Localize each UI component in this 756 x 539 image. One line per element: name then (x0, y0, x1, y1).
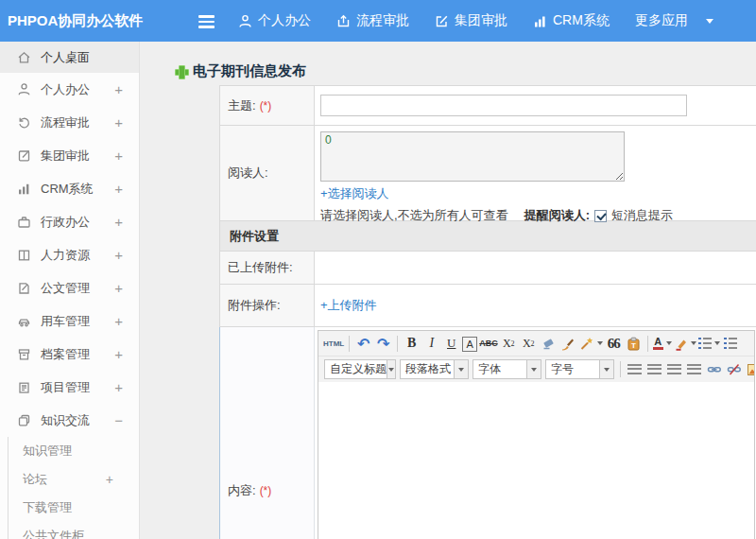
chevron-down-icon (599, 360, 613, 378)
required-mark: (*) (260, 99, 272, 113)
app-logo: PHPOA协同办公软件 (8, 0, 143, 42)
sidebar-item-document-management[interactable]: 公文管理 + (0, 271, 139, 304)
collapse-icon[interactable]: − (114, 412, 123, 428)
readers-hint-line: 请选择阅读人,不选为所有人可查看 提醒阅读人: 短消息提示 (320, 207, 752, 224)
autotypeset-button[interactable] (579, 334, 603, 354)
expand-icon[interactable]: + (114, 346, 123, 362)
undo-button[interactable]: ↶ (354, 334, 372, 354)
paragraph-format-select[interactable]: 段落格式 (400, 359, 469, 379)
book-icon (17, 248, 31, 262)
ordered-list-icon (698, 338, 712, 349)
top-bar: PHPOA协同办公软件 个人办公 流程审批 集团审批 CRM系统 更多应用 (0, 0, 756, 42)
sidebar-item-admin-office[interactable]: 行政办公 + (0, 205, 139, 238)
html-source-button[interactable]: HTML (323, 334, 344, 354)
insert-image-button[interactable] (745, 359, 754, 379)
sms-checkbox[interactable] (594, 210, 607, 222)
clipboard-icon (17, 380, 31, 394)
highlight-icon (674, 337, 688, 351)
highlight-color-button[interactable] (674, 334, 696, 354)
subject-input[interactable] (320, 95, 687, 116)
sidebar-item-download-management[interactable]: 下载管理 (9, 494, 139, 522)
align-right-icon (667, 364, 681, 374)
page-title-row: 电子期刊信息发布 (141, 42, 756, 85)
chevron-down-icon[interactable] (706, 19, 713, 24)
nav-label: CRM系统 (553, 12, 610, 29)
remove-format-button[interactable] (540, 334, 558, 354)
align-center-button[interactable] (645, 359, 663, 379)
strikethrough-button[interactable]: ABC (479, 334, 498, 354)
align-left-button[interactable] (626, 359, 644, 379)
car-icon (17, 314, 31, 328)
expand-icon[interactable]: + (114, 280, 123, 296)
sidebar-item-vehicle-management[interactable]: 用车管理 + (0, 304, 139, 338)
remove-link-button[interactable] (725, 359, 743, 379)
sidebar-item-knowledge-management[interactable]: 知识管理 (9, 437, 139, 465)
nav-crm-system[interactable]: CRM系统 (533, 12, 610, 29)
attachment-action-label: 附件操作: (220, 285, 315, 326)
menu-icon[interactable] (198, 15, 215, 28)
uploaded-attachments-row: 已上传附件: (219, 252, 756, 285)
chart-icon (17, 182, 31, 196)
italic-button[interactable]: I (422, 334, 440, 354)
redo-button[interactable]: ↷ (374, 334, 392, 354)
chevron-down-icon (666, 341, 672, 345)
svg-text:T: T (631, 341, 636, 350)
sidebar-item-public-file-cabinet[interactable]: 公共文件柜 (9, 522, 139, 539)
ordered-list-button[interactable] (698, 334, 720, 354)
bold-button[interactable]: B (403, 334, 421, 354)
insert-link-button[interactable] (705, 359, 723, 379)
select-readers-link[interactable]: +选择阅读人 (320, 185, 389, 202)
sidebar-item-human-resources[interactable]: 人力资源 + (0, 238, 139, 271)
expand-icon[interactable]: + (106, 472, 113, 487)
subscript-button[interactable]: X2 (520, 334, 538, 354)
upload-attachment-link[interactable]: +上传附件 (320, 297, 377, 314)
format-brush-button[interactable] (559, 334, 577, 354)
publish-form: 主题: (*) 阅读人: 0 +选择阅读人 请选择阅读人,不选 (219, 85, 756, 539)
chevron-down-icon (454, 360, 468, 378)
nav-label: 集团审批 (455, 12, 507, 29)
uploaded-attachments-label: 已上传附件: (220, 252, 315, 284)
nav-process-approval[interactable]: 流程审批 (336, 12, 409, 29)
layers-icon (17, 413, 31, 427)
expand-icon[interactable]: + (114, 148, 123, 164)
underline-button[interactable]: U (442, 334, 460, 354)
expand-icon[interactable]: + (114, 114, 123, 130)
subject-label: 主题: (*) (220, 86, 315, 125)
heading-select[interactable]: 自定义标题 (324, 359, 396, 379)
font-size-select[interactable]: 字号 (545, 359, 614, 379)
expand-icon[interactable]: + (114, 81, 123, 97)
sidebar-item-personal-office[interactable]: 个人办公 + (0, 73, 139, 106)
align-justify-button[interactable] (685, 359, 703, 379)
expand-icon[interactable]: + (114, 313, 123, 329)
superscript-button[interactable]: X2 (500, 334, 518, 354)
sidebar-item-group-approval[interactable]: 集团审批 + (0, 139, 139, 172)
sidebar-item-process-approval[interactable]: 流程审批 + (0, 106, 139, 139)
sidebar-item-knowledge-exchange[interactable]: 知识交流 − (0, 404, 139, 437)
blockquote-button[interactable]: 66 (605, 334, 623, 354)
edit-icon (17, 148, 31, 163)
unordered-list-button[interactable] (722, 334, 740, 354)
sidebar-item-personal-desktop[interactable]: 个人桌面 (0, 42, 139, 73)
editor-content-area[interactable] (318, 382, 754, 539)
font-family-select[interactable]: 字体 (472, 359, 541, 379)
font-color-button[interactable]: A (653, 334, 672, 354)
editor-toolbar-row2: 自定义标题 段落格式 字体 (318, 356, 754, 382)
sidebar-item-forum[interactable]: 论坛 + (9, 465, 139, 494)
chevron-down-icon (387, 360, 395, 378)
content-row: 内容: (*) HTML ↶ ↷ B I (219, 327, 756, 539)
expand-icon[interactable]: + (114, 379, 123, 395)
expand-icon[interactable]: + (114, 247, 123, 263)
nav-more-apps[interactable]: 更多应用 (635, 12, 688, 29)
sidebar-item-project-management[interactable]: 项目管理 + (0, 371, 139, 404)
nav-personal-office[interactable]: 个人办公 (238, 12, 311, 29)
sidebar-item-crm-system[interactable]: CRM系统 + (0, 172, 139, 205)
process-icon (336, 14, 351, 28)
readers-textarea[interactable]: 0 (320, 131, 625, 182)
paste-text-button[interactable]: T (625, 334, 643, 354)
expand-icon[interactable]: + (114, 181, 123, 197)
align-right-button[interactable] (665, 359, 683, 379)
expand-icon[interactable]: + (114, 214, 123, 230)
nav-group-approval[interactable]: 集团审批 (435, 12, 507, 29)
sidebar-item-archive-management[interactable]: 档案管理 + (0, 338, 139, 371)
font-frame-button[interactable]: A (462, 337, 477, 352)
